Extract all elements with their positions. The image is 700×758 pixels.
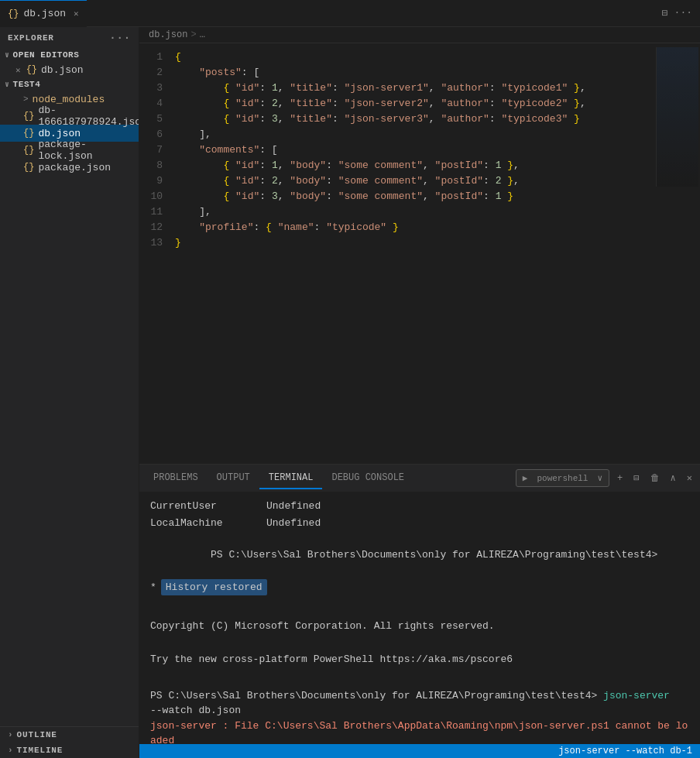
sidebar-title: Explorer ··· xyxy=(0,27,139,49)
split-editor-icon[interactable]: ⊟ xyxy=(662,7,668,19)
terminal-actions: ▶ powershell ∨ + ⊟ 🗑 ∧ ✕ xyxy=(516,469,695,487)
sidebar-item-timeline[interactable]: › Timeline xyxy=(0,743,139,758)
cmd-rest: --watch db.json xyxy=(150,703,241,719)
term-blank-2 xyxy=(150,633,689,649)
sidebar-item-db-backup[interactable]: {} db-1666187978924.json xyxy=(0,108,139,125)
test4-label: Test4 xyxy=(13,80,41,89)
file-package-json-name: package.json xyxy=(38,162,111,173)
code-line-13: } xyxy=(172,235,700,251)
term-try-line: Try the new cross-platform PowerShell ht… xyxy=(150,652,689,667)
line-num-8: 8 xyxy=(139,158,163,173)
terminal-body[interactable]: CurrentUser Undefined LocalMachine Undef… xyxy=(139,492,700,744)
terminal-container: PROBLEMS OUTPUT TERMINAL DEBUG CONSOLE ▶… xyxy=(139,464,700,758)
tab-file-icon: {} xyxy=(8,9,19,19)
sidebar-item-outline[interactable]: › Outline xyxy=(0,727,139,743)
tab-output[interactable]: OUTPUT xyxy=(208,468,259,489)
timeline-chevron-icon: › xyxy=(8,746,13,755)
open-editor-close-icon[interactable]: ✕ xyxy=(15,65,21,75)
cmd-json-server: json-server xyxy=(603,688,670,704)
term-execution-policy-rows: CurrentUser Undefined xyxy=(150,499,689,514)
file-db-json-name: db.json xyxy=(38,128,81,139)
breadcrumb-sep: > xyxy=(190,29,196,40)
term-blank-1 xyxy=(150,597,689,612)
sidebar-more-icon[interactable]: ··· xyxy=(109,32,131,44)
line-num-11: 11 xyxy=(139,204,163,220)
code-line-9: { "id": 2, "body": "some comment", "post… xyxy=(172,173,700,189)
term-cmd-line: PS C:\Users\Sal Brothers\Documents\only … xyxy=(150,688,689,719)
more-actions-icon[interactable]: ··· xyxy=(674,7,692,19)
history-restored-text: History restored xyxy=(161,579,267,596)
term-copyright: Copyright (C) Microsoft Corporation. All… xyxy=(150,619,689,634)
open-editor-db-json[interactable]: ✕ {} db.json xyxy=(0,61,139,78)
line-num-4: 4 xyxy=(139,96,163,111)
test4-header[interactable]: ∨ Test4 xyxy=(0,78,139,91)
breadcrumb: db.json > … xyxy=(139,27,700,43)
file-icon-package-json: {} xyxy=(23,162,34,173)
powershell-dropdown-icon[interactable]: ∨ xyxy=(594,472,606,485)
folder-icon: node_modules xyxy=(33,94,105,105)
terminal-tabs: PROBLEMS OUTPUT TERMINAL DEBUG CONSOLE ▶… xyxy=(139,465,700,492)
terminal-split-button[interactable]: ⊟ xyxy=(630,471,642,485)
term-history-restored-line: * History restored xyxy=(150,579,689,596)
breadcrumb-rest: … xyxy=(200,29,205,40)
status-bar: json-server --watch db-1 xyxy=(139,744,700,758)
sidebar-bottom: › Outline › Timeline xyxy=(0,726,139,758)
current-user-value: Undefined xyxy=(266,499,321,514)
code-line-12: "profile": { "name": "typicode" } xyxy=(172,220,700,235)
line-numbers: 1 2 3 4 5 6 7 8 9 10 11 12 13 xyxy=(139,43,172,464)
sidebar-item-package-lock[interactable]: {} package-lock.json xyxy=(0,142,139,159)
open-editors-label: Open Editors xyxy=(13,50,80,60)
tab-filename: db.json xyxy=(23,8,66,19)
code-line-3: { "id": 1, "title": "json-server1", "aut… xyxy=(172,81,700,96)
status-bar-right-text: json-server --watch db-1 xyxy=(558,746,692,756)
open-editors-chevron: ∨ xyxy=(5,50,10,60)
line-num-2: 2 xyxy=(139,65,163,81)
file-tab[interactable]: {} db.json ✕ xyxy=(0,0,87,27)
code-line-5: { "id": 3, "title": "json-server3", "aut… xyxy=(172,111,700,127)
breadcrumb-file: db.json xyxy=(149,29,187,40)
tab-debug-console[interactable]: DEBUG CONSOLE xyxy=(322,468,413,489)
main-layout: Explorer ··· ∨ Open Editors ✕ {} db.json… xyxy=(0,27,700,758)
code-line-6: ], xyxy=(172,127,700,142)
file-db-backup-name: db-1666187978924.json xyxy=(38,105,139,128)
minimap xyxy=(656,47,698,187)
line-num-7: 7 xyxy=(139,142,163,158)
tab-terminal[interactable]: TERMINAL xyxy=(259,468,323,489)
term-error-1: json-server : File C:\Users\Sal Brothers… xyxy=(150,719,689,745)
history-bullet: * xyxy=(150,580,156,595)
line-num-5: 5 xyxy=(139,111,163,127)
terminal-close-button[interactable]: ✕ xyxy=(684,471,695,485)
powershell-badge[interactable]: ▶ powershell ∨ xyxy=(516,469,609,487)
ps-prompt-2-text: PS C:\Users\Sal Brothers\Documents\only … xyxy=(150,688,597,704)
open-editor-file-icon: {} xyxy=(26,64,37,75)
code-line-4: { "id": 2, "title": "json-server2", "aut… xyxy=(172,96,700,111)
title-bar: {} db.json ✕ ⊟ ··· xyxy=(0,0,700,27)
open-editors-section: ∨ Open Editors ✕ {} db.json xyxy=(0,49,139,78)
line-num-13: 13 xyxy=(139,235,163,251)
editor-actions: ⊟ ··· xyxy=(662,7,700,19)
terminal-chevron-up-button[interactable]: ∧ xyxy=(667,471,679,485)
file-icon-db-backup: {} xyxy=(23,111,34,122)
editor-area: db.json > … 1 2 3 4 5 6 7 8 9 10 11 12 1… xyxy=(139,27,700,758)
line-num-9: 9 xyxy=(139,173,163,189)
local-machine-label: LocalMachine xyxy=(150,516,251,531)
line-num-6: 6 xyxy=(139,127,163,142)
outline-chevron-icon: › xyxy=(8,730,13,739)
code-content[interactable]: { "posts": [ { "id": 1, "title": "json-s… xyxy=(172,43,700,464)
code-line-10: { "id": 3, "body": "some comment", "post… xyxy=(172,189,700,204)
ps-prompt-1-text: PS C:\Users\Sal Brothers\Documents\only … xyxy=(211,549,657,561)
open-editors-header[interactable]: ∨ Open Editors xyxy=(0,49,139,61)
timeline-label: Timeline xyxy=(16,746,63,755)
tab-problems[interactable]: PROBLEMS xyxy=(144,468,208,489)
tab-close-button[interactable]: ✕ xyxy=(74,9,79,19)
file-icon-package-lock: {} xyxy=(23,145,34,156)
code-line-7: "comments": [ xyxy=(172,142,700,158)
powershell-label: powershell xyxy=(534,472,591,485)
code-line-2: "posts": [ xyxy=(172,65,700,81)
terminal-add-button[interactable]: + xyxy=(614,472,626,485)
terminal-trash-button[interactable]: 🗑 xyxy=(647,471,663,485)
node-modules-chevron-icon: > xyxy=(23,94,29,104)
outline-label: Outline xyxy=(16,730,57,739)
cmd-space xyxy=(597,688,603,704)
sidebar: Explorer ··· ∨ Open Editors ✕ {} db.json… xyxy=(0,27,139,758)
